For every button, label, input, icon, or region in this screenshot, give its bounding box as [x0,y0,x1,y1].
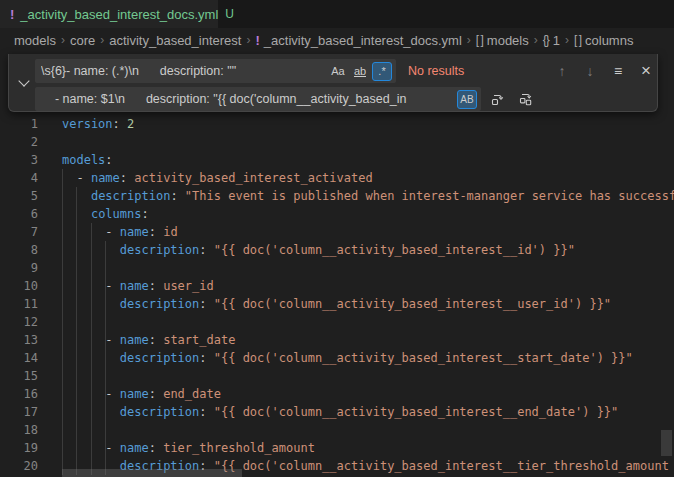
find-query-text: \s{6}- name: (.*)\n description: "" [41,64,326,78]
replace-all-button[interactable] [515,88,537,110]
code-line[interactable]: 6 columns: [0,205,674,223]
preserve-case-button[interactable]: AB [457,90,477,109]
code-line[interactable]: 10 - name: user_id [0,277,674,295]
yaml-file-icon: ! [10,7,14,22]
match-case-button[interactable]: Aa [328,62,348,81]
breadcrumb-item-models[interactable]: models [14,33,56,48]
line-number: 12 [0,313,38,331]
line-number: 10 [0,277,38,295]
line-content: version: 2 [62,117,134,131]
find-in-selection-button[interactable]: ≡ [607,60,629,82]
regex-button[interactable]: .* [372,62,392,81]
code-line[interactable]: 5 description: "This event is published … [0,187,674,205]
breadcrumb-separator: › [534,33,538,47]
close-button[interactable]: × [635,60,657,82]
code-line[interactable]: 15 [0,367,674,385]
replace-row: - name: $1\n description: "{{ doc('colum… [35,87,657,111]
code-line[interactable]: 13 - name: start_date [0,331,674,349]
warning-icon: ! [255,33,259,48]
vertical-scrollbar[interactable] [661,430,672,456]
code-line[interactable]: 12 [0,313,674,331]
tab-title: _activity_based_interest_docs.yml [20,7,218,22]
line-number: 20 [0,457,38,475]
line-number: 13 [0,331,38,349]
code-line[interactable]: 9 [0,259,674,277]
code-line[interactable]: 7 - name: id [0,223,674,241]
code-line[interactable]: 17 description: "{{ doc('column__activit… [0,403,674,421]
line-content: - name: activity_based_interest_activate… [62,171,373,185]
line-content: - name: id [62,225,178,239]
breadcrumb-label: _activity_based_interest_docs.yml [264,33,462,48]
breadcrumb-item-models[interactable]: [ ]models [476,33,529,48]
breadcrumb-label: models [487,33,529,48]
breadcrumb-separator: › [61,33,65,47]
breadcrumb-item-core[interactable]: core [70,33,95,48]
line-number: 15 [0,367,38,385]
tab-activity-based-interest-docs[interactable]: ! _activity_based_interest_docs.yml U [0,0,218,28]
line-content: - name: tier_threshold_amount [62,441,315,455]
breadcrumb-label: core [70,33,95,48]
array-icon: [ ] [574,33,581,47]
line-content: - name: user_id [62,279,214,293]
code-line[interactable]: 8 description: "{{ doc('column__activity… [0,241,674,259]
line-number: 14 [0,349,38,367]
line-number: 7 [0,223,38,241]
chevron-down-icon [18,75,29,86]
breadcrumb-label: activity_based_interest [109,33,241,48]
line-content: description: "This event is published wh… [62,189,674,203]
line-number: 2 [0,133,38,151]
horizontal-scrollbar[interactable] [62,469,242,477]
object-icon: {} [543,33,549,47]
line-content: columns: [62,207,149,221]
tab-bar: ! _activity_based_interest_docs.yml U [0,0,674,28]
line-number: 16 [0,385,38,403]
replace-button[interactable] [487,88,509,110]
code-line[interactable]: 19 - name: tier_threshold_amount [0,439,674,457]
breadcrumb-separator: › [467,33,471,47]
code-line[interactable]: 1version: 2 [0,115,674,133]
line-number: 3 [0,151,38,169]
code-line[interactable]: 11 description: "{{ doc('column__activit… [0,295,674,313]
breadcrumb-separator: › [565,33,569,47]
git-untracked-badge: U [225,7,234,21]
replace-input[interactable]: - name: $1\n description: "{{ doc('colum… [35,87,481,111]
line-content: description: "{{ doc('column__activity_b… [62,297,611,311]
code-editor[interactable]: 1version: 223models:4 - name: activity_b… [0,52,674,477]
breadcrumb-item-_activity_based_interest_docs.yml[interactable]: !_activity_based_interest_docs.yml [255,33,461,48]
code-line[interactable]: 14 description: "{{ doc('column__activit… [0,349,674,367]
breadcrumb-item-1[interactable]: {}1 [543,33,560,48]
breadcrumb-item-activity_based_interest[interactable]: activity_based_interest [109,33,241,48]
previous-match-button[interactable]: ↑ [551,60,573,82]
line-number: 9 [0,259,38,277]
whole-word-button[interactable]: ab [350,62,370,81]
code-lines: 1version: 223models:4 - name: activity_b… [0,115,674,475]
line-content: - name: end_date [62,387,221,401]
code-line[interactable]: 18 [0,421,674,439]
line-number: 5 [0,187,38,205]
line-content: description: "{{ doc('column__activity_b… [62,405,618,419]
line-number: 1 [0,115,38,133]
code-line[interactable]: 4 - name: activity_based_interest_activa… [0,169,674,187]
line-content: description: "{{ doc('column__activity_b… [62,243,575,257]
line-content: - name: start_date [62,333,235,347]
breadcrumb-item-columns[interactable]: [ ]columns [574,33,633,48]
replace-icon [490,91,506,107]
line-number: 4 [0,169,38,187]
find-input[interactable]: \s{6}- name: (.*)\n description: "" Aa a… [35,59,396,83]
line-number: 17 [0,403,38,421]
toggle-replace-button[interactable] [14,54,34,111]
next-match-button[interactable]: ↓ [579,60,601,82]
breadcrumb: models›core›activity_based_interest›!_ac… [0,28,674,52]
line-content: description: "{{ doc('column__activity_b… [62,351,633,365]
code-line[interactable]: 2 [0,133,674,151]
line-number: 11 [0,295,38,313]
breadcrumb-separator: › [246,33,250,47]
line-number: 6 [0,205,38,223]
vscode-window: ! _activity_based_interest_docs.yml U mo… [0,0,674,477]
line-number: 8 [0,241,38,259]
code-line[interactable]: 3models: [0,151,674,169]
breadcrumb-label: models [14,33,56,48]
code-line[interactable]: 16 - name: end_date [0,385,674,403]
breadcrumb-separator: › [100,33,104,47]
find-row: \s{6}- name: (.*)\n description: "" Aa a… [35,59,657,83]
